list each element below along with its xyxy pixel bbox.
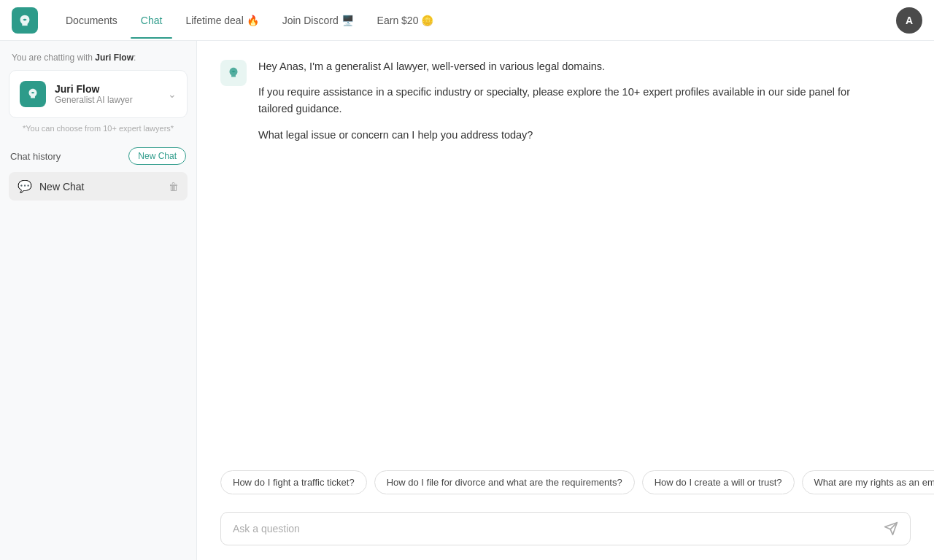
lawyer-info: Juri Flow Generalist AI lawyer <box>55 83 159 105</box>
suggestion-chip-2[interactable]: How do I create a will or trust? <box>642 470 795 494</box>
send-icon <box>884 521 898 536</box>
ai-message-line2: If you require assistance in a specific … <box>258 84 886 117</box>
new-chat-button[interactable]: New Chat <box>128 147 186 165</box>
chat-input-box <box>220 512 911 545</box>
nav-tab-lifetime-deal[interactable]: Lifetime deal 🔥 <box>175 9 269 32</box>
top-nav: Documents Chat Lifetime deal 🔥 Join Disc… <box>0 0 934 41</box>
chat-history-item-label: New Chat <box>39 181 161 192</box>
nav-tab-documents[interactable]: Documents <box>55 9 128 32</box>
send-button[interactable] <box>884 521 898 536</box>
app-logo <box>12 7 38 34</box>
chevron-down-icon: ⌄ <box>168 88 177 100</box>
main-layout: You are chatting with Juri Flow: Juri Fl… <box>0 41 934 560</box>
chatting-with-label: You are chatting with Juri Flow: <box>9 52 188 63</box>
suggestion-chip-0[interactable]: How do I fight a traffic ticket? <box>220 470 367 494</box>
expert-hint: *You can choose from 10+ expert lawyers* <box>9 124 188 133</box>
ai-avatar <box>220 60 247 86</box>
lawyer-name: Juri Flow <box>55 83 159 95</box>
ai-bubble: Hey Anas, I'm a generalist AI lawyer, we… <box>258 58 886 144</box>
chat-history-label: Chat history <box>10 151 61 162</box>
chat-messages: Hey Anas, I'm a generalist AI lawyer, we… <box>197 41 934 462</box>
suggestion-chips: How do I fight a traffic ticket? How do … <box>197 462 934 506</box>
lawyer-avatar <box>20 81 46 107</box>
ai-message: Hey Anas, I'm a generalist AI lawyer, we… <box>220 58 911 144</box>
nav-tab-chat[interactable]: Chat <box>131 9 173 32</box>
ai-message-line3: What legal issue or concern can I help y… <box>258 127 886 144</box>
nav-links: Documents Chat Lifetime deal 🔥 Join Disc… <box>55 9 896 32</box>
chat-history-item[interactable]: 💬 New Chat 🗑 <box>9 172 188 201</box>
delete-chat-icon[interactable]: 🗑 <box>169 181 179 192</box>
chat-icon: 💬 <box>18 179 32 193</box>
suggestion-chip-3[interactable]: What are my rights as an em <box>802 470 934 494</box>
chat-input[interactable] <box>233 523 876 534</box>
lawyer-title: Generalist AI lawyer <box>55 95 159 105</box>
chat-area: Hey Anas, I'm a generalist AI lawyer, we… <box>197 41 934 560</box>
chat-history-header: Chat history New Chat <box>9 147 188 165</box>
suggestion-chip-1[interactable]: How do I file for divorce and what are t… <box>374 470 635 494</box>
nav-tab-discord[interactable]: Join Discord 🖥️ <box>272 9 364 32</box>
user-avatar[interactable]: A <box>896 7 922 34</box>
chat-input-area <box>197 506 934 560</box>
ai-message-line1: Hey Anas, I'm a generalist AI lawyer, we… <box>258 58 886 75</box>
sidebar: You are chatting with Juri Flow: Juri Fl… <box>0 41 197 560</box>
lawyer-card[interactable]: Juri Flow Generalist AI lawyer ⌄ <box>9 70 188 118</box>
nav-tab-earn[interactable]: Earn $20 🪙 <box>367 9 444 32</box>
